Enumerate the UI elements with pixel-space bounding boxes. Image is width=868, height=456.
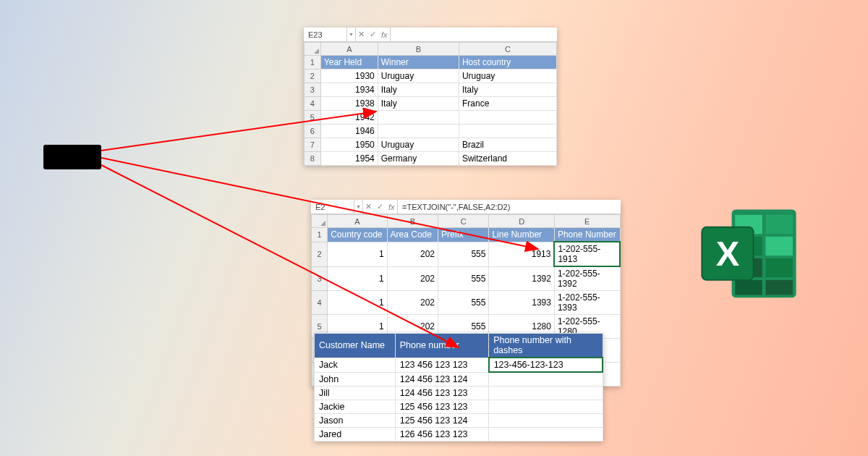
column-header[interactable]: B <box>378 43 459 56</box>
cell[interactable]: France <box>459 97 556 111</box>
cell[interactable]: Prefix <box>438 228 489 242</box>
cell[interactable]: 126 456 123 123 <box>395 427 488 441</box>
row-header[interactable]: 8 <box>305 152 321 166</box>
name-box-dropdown-icon[interactable]: ▼ <box>347 28 356 41</box>
cell[interactable] <box>378 111 459 124</box>
cell[interactable]: Italy <box>378 83 459 97</box>
cell[interactable]: John <box>315 372 396 386</box>
cell[interactable]: Uruguay <box>378 138 459 152</box>
fx-icon[interactable]: fx <box>381 30 388 39</box>
header-cell[interactable]: Phone number with dashes <box>489 334 603 358</box>
header-cell[interactable]: Customer Name <box>315 334 396 358</box>
cell[interactable]: 1942 <box>320 111 378 124</box>
column-header[interactable]: D <box>489 215 555 228</box>
worksheet-grid[interactable]: Customer Name Phone number Phone number … <box>314 333 603 442</box>
cell[interactable]: Jason <box>315 413 396 427</box>
header-cell[interactable]: Phone number <box>395 334 488 358</box>
cell[interactable]: 202 <box>387 242 438 266</box>
cell[interactable]: 1-202-555-1392 <box>554 266 620 291</box>
cell[interactable]: 1 <box>328 291 387 315</box>
fx-icon[interactable]: fx <box>388 203 395 211</box>
cell[interactable] <box>489 427 603 441</box>
select-all-corner[interactable] <box>305 43 321 56</box>
cell[interactable]: Jack <box>315 358 396 372</box>
cell[interactable]: Phone Number <box>554 228 620 242</box>
cell[interactable]: Uruguay <box>378 69 459 83</box>
cell[interactable]: Year Held <box>320 56 378 69</box>
row-header[interactable]: 5 <box>305 111 321 124</box>
cell[interactable]: 1 <box>328 266 387 291</box>
column-header[interactable]: A <box>320 43 378 56</box>
cell[interactable]: 1930 <box>320 69 378 83</box>
cell[interactable]: 124 456 123 124 <box>395 372 488 386</box>
cell[interactable]: Winner <box>378 56 459 69</box>
cell[interactable]: 1-202-555-1393 <box>554 291 620 315</box>
column-header[interactable]: C <box>459 43 556 56</box>
row-header[interactable]: 6 <box>305 124 321 138</box>
cell[interactable]: Host country <box>459 56 556 69</box>
cell[interactable] <box>459 111 556 124</box>
cancel-icon[interactable]: ✕ <box>358 30 365 39</box>
cell[interactable] <box>459 124 556 138</box>
cell[interactable]: 125 456 123 123 <box>395 400 488 413</box>
cell[interactable]: Brazil <box>459 138 556 152</box>
cell[interactable]: 555 <box>438 242 489 266</box>
cell[interactable]: Switzerland <box>459 152 556 166</box>
cell[interactable]: Area Code <box>387 228 438 242</box>
cell[interactable]: 555 <box>438 291 489 315</box>
cell[interactable]: 1954 <box>320 152 378 166</box>
cell[interactable]: 1934 <box>320 83 378 97</box>
row-header[interactable]: 7 <box>305 138 321 152</box>
row-header[interactable]: 1 <box>312 228 328 242</box>
row-header[interactable]: 3 <box>312 266 328 291</box>
cell[interactable]: 1 <box>328 242 387 266</box>
cell[interactable]: 1946 <box>320 124 378 138</box>
name-box-dropdown-icon[interactable]: ▼ <box>354 200 363 214</box>
cell[interactable]: Italy <box>378 97 459 111</box>
cell[interactable]: Uruguay <box>459 69 556 83</box>
cell[interactable]: Germany <box>378 152 459 166</box>
row-header[interactable]: 3 <box>305 83 321 97</box>
cell[interactable]: Jared <box>315 427 396 441</box>
enter-icon[interactable]: ✓ <box>370 30 376 39</box>
cell[interactable] <box>489 400 603 413</box>
row-header[interactable]: 2 <box>305 69 321 83</box>
formula-input[interactable]: =TEXTJOIN("-",FALSE,A2:D2) <box>398 203 621 211</box>
name-box[interactable]: E23 <box>304 28 347 41</box>
cell[interactable]: 555 <box>438 266 489 291</box>
cell[interactable]: Italy <box>459 83 556 97</box>
worksheet-grid[interactable]: A B C 1 Year Held Winner Host country 21… <box>304 42 557 166</box>
cell[interactable] <box>489 413 603 427</box>
cell[interactable]: 1392 <box>489 266 555 291</box>
cell[interactable]: Jackie <box>315 400 396 413</box>
cell[interactable]: 202 <box>387 266 438 291</box>
cell[interactable]: 123 456 123 123 <box>395 358 488 372</box>
cell[interactable]: 202 <box>387 291 438 315</box>
column-header[interactable]: E <box>554 215 620 228</box>
cell[interactable] <box>489 386 603 400</box>
cell[interactable]: 124 456 123 123 <box>395 386 488 400</box>
column-header[interactable]: C <box>438 215 489 228</box>
select-all-corner[interactable] <box>312 215 328 228</box>
enter-icon[interactable]: ✓ <box>377 202 383 211</box>
cell[interactable]: 1913 <box>489 242 555 266</box>
row-header[interactable]: 4 <box>312 291 328 315</box>
selected-cell[interactable]: 123-456-123-123 <box>489 358 603 372</box>
column-header[interactable]: B <box>387 215 438 228</box>
cell[interactable]: Line Number <box>489 228 555 242</box>
cell[interactable] <box>489 372 603 386</box>
cancel-icon[interactable]: ✕ <box>365 202 372 211</box>
row-header[interactable]: 1 <box>305 56 321 69</box>
cell[interactable]: 1393 <box>489 291 555 315</box>
cell[interactable]: 1938 <box>320 97 378 111</box>
cell[interactable] <box>378 124 459 138</box>
cell[interactable]: Country code <box>328 228 387 242</box>
cell[interactable]: Jill <box>315 386 396 400</box>
cell[interactable]: 1950 <box>320 138 378 152</box>
row-header[interactable]: 4 <box>305 97 321 111</box>
name-box[interactable]: E2 <box>311 200 354 214</box>
selected-cell[interactable]: 1-202-555-1913 <box>554 242 620 266</box>
column-header[interactable]: A <box>328 215 387 228</box>
cell[interactable]: 125 456 123 124 <box>395 413 488 427</box>
row-header[interactable]: 2 <box>312 242 328 266</box>
